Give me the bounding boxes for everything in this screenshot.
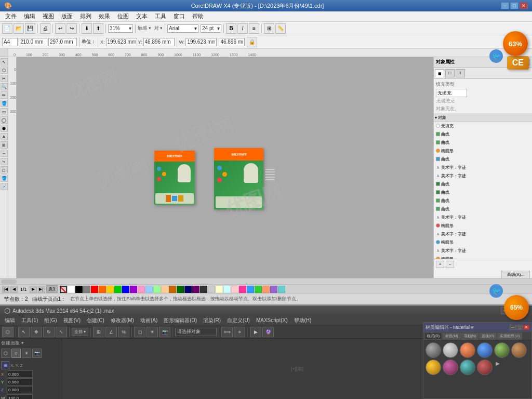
- page-first-btn[interactable]: |◀: [2, 286, 9, 293]
- fill-tool[interactable]: 🪣: [1, 175, 8, 182]
- grid-btn[interactable]: ⊞: [264, 23, 274, 34]
- color-orange[interactable]: [99, 286, 106, 293]
- list-item[interactable]: 椭圆形: [434, 238, 532, 247]
- color-lightgray[interactable]: [208, 286, 215, 293]
- list-item[interactable]: 曲线: [434, 155, 532, 164]
- list-item[interactable]: 曲线: [434, 197, 532, 205]
- max-speed-dial[interactable]: 65%: [504, 295, 529, 320]
- max-menu-graphed[interactable]: 图形编辑器(D): [161, 316, 200, 325]
- font-combo[interactable]: Arial ▾: [167, 24, 198, 33]
- list-item[interactable]: 曲线: [434, 139, 532, 147]
- max-menu-edit[interactable]: 编辑: [2, 316, 18, 325]
- mat-sphere-10[interactable]: [477, 360, 493, 375]
- mat-sphere-3[interactable]: [460, 342, 475, 358]
- color-darkgray[interactable]: [200, 286, 207, 293]
- mat-sphere-5[interactable]: [494, 342, 510, 358]
- max-xyz-icon[interactable]: ⊞: [1, 361, 9, 369]
- list-item[interactable]: 曲线: [434, 180, 532, 189]
- h-input[interactable]: [219, 38, 245, 46]
- page-width-input[interactable]: [19, 38, 47, 46]
- shape-tool[interactable]: ⬡: [1, 66, 8, 74]
- menu-edit[interactable]: 编辑: [21, 11, 38, 21]
- max-obj-btn[interactable]: ◻: [134, 327, 145, 337]
- mat-tab-mode[interactable]: 模式(O): [424, 332, 442, 340]
- rectangle-tool[interactable]: ▭: [1, 108, 8, 115]
- connector-tool[interactable]: ⤷: [1, 158, 8, 165]
- list-item[interactable]: 椭圆形: [434, 222, 532, 230]
- color-white[interactable]: [68, 286, 75, 293]
- print-btn[interactable]: 🖨: [40, 23, 50, 34]
- list-item[interactable]: 椭圆形: [434, 147, 532, 155]
- menu-effects[interactable]: 效果: [96, 11, 113, 21]
- color-lightyellow[interactable]: [216, 286, 223, 293]
- color-lightred[interactable]: [231, 286, 238, 293]
- advanced-btn[interactable]: 高级(A)...: [501, 271, 530, 278]
- color-hotpink[interactable]: [239, 286, 246, 293]
- list-item[interactable]: 无填充: [434, 122, 532, 130]
- max-light-btn[interactable]: ☀: [147, 327, 158, 337]
- eyedropper-tool[interactable]: 💉: [1, 183, 8, 190]
- max-mirror-btn[interactable]: ⟺: [221, 327, 233, 337]
- max-menu-view[interactable]: 视图(V): [61, 316, 83, 325]
- max-menu-tools[interactable]: 工具(1): [19, 316, 41, 325]
- w-input[interactable]: [185, 38, 217, 46]
- table-tool[interactable]: ⊞: [1, 141, 8, 149]
- max-menu-script[interactable]: MAXScript(X): [254, 317, 290, 324]
- bold-btn[interactable]: B: [226, 23, 236, 34]
- max-menu-custom[interactable]: 自定义(U): [224, 316, 252, 325]
- bird-icon-bottom[interactable]: 🐦: [489, 284, 503, 298]
- color-lightcyan[interactable]: [223, 286, 231, 293]
- menu-bitmap[interactable]: 位图: [114, 11, 132, 21]
- max-material-btn[interactable]: 🔮: [262, 327, 274, 337]
- menu-arrange[interactable]: 排列: [77, 11, 95, 21]
- ce-badge[interactable]: CE: [507, 56, 529, 70]
- panel-add-btn[interactable]: +: [436, 261, 444, 268]
- select-tool[interactable]: ↖: [1, 58, 8, 65]
- list-item[interactable]: 曲线: [434, 205, 532, 214]
- max-menu-anim[interactable]: 动画(A): [138, 316, 160, 325]
- zoom-tool[interactable]: 🔍: [1, 83, 8, 90]
- color-salmon[interactable]: [262, 286, 270, 293]
- max-w-input[interactable]: [7, 394, 33, 399]
- mat-sphere-2[interactable]: [443, 342, 458, 358]
- tab-type[interactable]: T: [456, 69, 465, 77]
- lock-ratio-btn[interactable]: 🔒: [247, 37, 257, 47]
- tab-outline[interactable]: □: [445, 69, 455, 77]
- save-btn[interactable]: 💾: [25, 23, 35, 34]
- close-button[interactable]: ✕: [520, 2, 528, 9]
- mat-scroll-right[interactable]: ▶: [494, 360, 501, 367]
- max-render-btn[interactable]: ▶: [250, 327, 261, 337]
- page-size-combo[interactable]: A4: [2, 38, 18, 46]
- h-scrollbar[interactable]: [0, 278, 532, 284]
- max-filter-combo[interactable]: 全部 ▾: [72, 328, 88, 336]
- export-btn[interactable]: ⬆: [93, 23, 103, 34]
- list-item[interactable]: 椭圆形: [434, 255, 532, 259]
- max-named-selection[interactable]: [175, 328, 217, 336]
- object-list[interactable]: ▾ 对象 无填充 曲线 曲线: [434, 114, 532, 259]
- menu-view[interactable]: 视图: [39, 11, 57, 21]
- speed-dial[interactable]: 63%: [503, 31, 528, 56]
- menu-text[interactable]: 文本: [133, 11, 151, 21]
- redo-btn[interactable]: ↪: [66, 23, 77, 34]
- max-light-type-btn[interactable]: ☀: [22, 349, 31, 358]
- list-item[interactable]: 曲线: [434, 189, 532, 197]
- color-darkgreen[interactable]: [177, 286, 184, 293]
- canvas-area[interactable]: 优图网 优图网 优图网 优图网 创建文明城市: [17, 57, 532, 278]
- open-btn[interactable]: 📂: [14, 23, 24, 34]
- color-peach[interactable]: [161, 286, 168, 293]
- menu-tools[interactable]: 工具: [152, 11, 169, 21]
- color-medium-purple[interactable]: [270, 286, 277, 293]
- color-brown[interactable]: [169, 286, 176, 293]
- color-black[interactable]: [75, 286, 83, 293]
- text-tool[interactable]: A: [1, 133, 8, 140]
- mat-sphere-9[interactable]: [460, 360, 475, 375]
- max-move-btn[interactable]: ✥: [31, 327, 42, 337]
- menu-layout[interactable]: 版面: [58, 11, 76, 21]
- mat-sphere-4[interactable]: [477, 342, 493, 358]
- mat-sphere-7[interactable]: [425, 360, 441, 375]
- ellipse-tool[interactable]: ◯: [1, 116, 8, 124]
- polygon-tool[interactable]: ⬟: [1, 125, 8, 132]
- y-input[interactable]: [143, 38, 175, 46]
- list-item[interactable]: A 美术字：字迹: [434, 247, 532, 255]
- mat-sphere-8[interactable]: [443, 360, 458, 375]
